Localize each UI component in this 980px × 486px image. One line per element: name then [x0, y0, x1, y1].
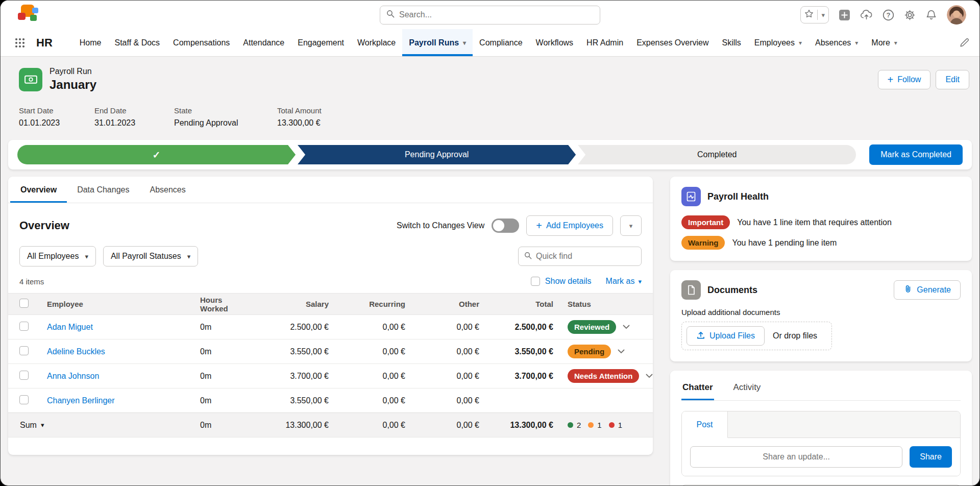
tab-absences[interactable]: Absences — [139, 177, 195, 203]
payroll-run-record-icon — [19, 68, 42, 91]
edit-button[interactable]: Edit — [936, 70, 969, 89]
user-avatar[interactable] — [947, 5, 966, 25]
chevron-down-icon[interactable]: ▾ — [821, 12, 825, 18]
warning-badge: Warning — [681, 236, 725, 250]
notifications-bell-icon[interactable] — [925, 9, 937, 21]
share-button[interactable]: Share — [910, 446, 952, 468]
global-search-input[interactable] — [399, 10, 594, 19]
payroll-status-filter-dropdown[interactable]: All Payroll Statuses ▾ — [103, 246, 198, 266]
sum-dropdown-chevron[interactable]: ▾ — [41, 421, 44, 429]
path-stage-pending-approval[interactable]: Pending Approval — [298, 145, 576, 164]
col-header-salary[interactable]: Salary — [259, 294, 336, 315]
global-header: ▾ ? — [1, 1, 979, 29]
employees-filter-dropdown[interactable]: All Employees ▾ — [19, 246, 96, 266]
row-checkbox[interactable] — [19, 395, 29, 404]
table-row: Chanyen Berlinger 0m 3.550,00 € 0,00 € 0… — [8, 388, 653, 413]
alert-row: Important You have 1 line item that requ… — [681, 215, 961, 229]
employee-link[interactable]: Adan Miguet — [47, 323, 93, 331]
mark-as-completed-button[interactable]: Mark as Completed — [869, 144, 963, 165]
chevron-down-icon[interactable]: ▾ — [799, 40, 802, 46]
nav-tab-workplace[interactable]: Workplace — [351, 29, 402, 56]
tab-chatter[interactable]: Chatter — [681, 381, 714, 400]
col-header-recurring[interactable]: Recurring — [336, 294, 412, 315]
edit-nav-pencil-icon[interactable] — [959, 38, 969, 48]
item-count: 4 items — [19, 277, 44, 286]
table-row: Adeline Buckles 0m 3.550,00 € 0,00 € 0,0… — [8, 339, 653, 364]
nav-tab-employees[interactable]: Employees ▾ — [748, 29, 808, 56]
col-header-employee[interactable]: Employee — [40, 294, 193, 315]
nav-tab-skills[interactable]: Skills — [716, 29, 748, 56]
share-update-input[interactable] — [690, 446, 902, 468]
star-icon[interactable] — [804, 9, 814, 20]
nav-tab-absences[interactable]: Absences ▾ — [808, 29, 865, 56]
global-search[interactable] — [380, 6, 600, 25]
employee-link[interactable]: Anna Johnson — [47, 372, 99, 380]
tab-overview[interactable]: Overview — [10, 177, 67, 203]
add-employees-button[interactable]: + Add Employees — [526, 215, 613, 236]
file-drop-zone[interactable]: Upload Files Or drop files — [681, 322, 832, 350]
row-checkbox[interactable] — [19, 322, 29, 331]
favorites-split-button[interactable]: ▾ — [800, 6, 829, 23]
setup-gear-icon[interactable] — [904, 9, 916, 21]
show-details-link[interactable]: Show details — [545, 277, 592, 286]
overview-tab-strip: Overview Data Changes Absences — [8, 177, 653, 203]
nav-tab-engagement[interactable]: Engagement — [291, 29, 351, 56]
changes-view-toggle[interactable] — [492, 218, 519, 233]
tab-data-changes[interactable]: Data Changes — [67, 177, 139, 203]
nav-tab-more[interactable]: More ▾ — [865, 29, 903, 56]
row-status-menu-chevron[interactable] — [646, 374, 653, 378]
row-status-menu-chevron[interactable] — [623, 325, 630, 329]
mark-as-dropdown[interactable]: Mark as ▾ — [606, 277, 642, 286]
row-checkbox[interactable] — [19, 346, 29, 355]
status-badge: Needs Attention — [568, 369, 639, 383]
nav-tab-expenses-overview[interactable]: Expenses Overview — [630, 29, 715, 56]
search-icon — [386, 10, 395, 20]
cloud-upload-icon[interactable] — [860, 9, 873, 20]
follow-button[interactable]: + Follow — [878, 70, 931, 89]
app-launcher-waffle-icon[interactable] — [15, 38, 25, 48]
status-dot-success — [568, 422, 573, 428]
select-all-checkbox[interactable] — [19, 299, 29, 308]
quick-find-input[interactable] — [536, 252, 635, 261]
help-icon[interactable]: ? — [883, 9, 894, 21]
chevron-down-icon[interactable]: ▾ — [463, 40, 466, 46]
feed-card: Chatter Activity Post Share — [670, 371, 972, 486]
overview-actions-dropdown-button[interactable]: ▾ — [620, 215, 642, 236]
status-dot-error — [609, 422, 615, 428]
tab-activity[interactable]: Activity — [732, 381, 762, 400]
nav-tab-home[interactable]: Home — [73, 29, 108, 56]
col-header-status[interactable]: Status — [560, 294, 653, 315]
quick-find[interactable] — [518, 247, 642, 266]
row-checkbox[interactable] — [19, 371, 29, 380]
nav-tab-hr-admin[interactable]: HR Admin — [580, 29, 630, 56]
nav-tab-payroll-runs[interactable]: Payroll Runs ▾ — [402, 29, 473, 56]
quick-create-button[interactable] — [839, 9, 850, 21]
post-tab[interactable]: Post — [682, 411, 728, 438]
chevron-down-icon: ▾ — [638, 278, 642, 285]
nav-tab-workflows[interactable]: Workflows — [529, 29, 580, 56]
important-badge: Important — [681, 215, 730, 229]
row-status-menu-chevron[interactable] — [618, 349, 625, 354]
field-start-date: Start Date 01.01.2023 — [19, 106, 94, 128]
nav-tab-compliance[interactable]: Compliance — [473, 29, 529, 56]
payroll-table-sum: Sum ▾ 0m 13.300,00 € 0,00 € 0,00 € 13.30… — [8, 412, 653, 438]
col-header-other[interactable]: Other — [412, 294, 486, 315]
path-stage-complete[interactable]: ✓ — [17, 145, 296, 164]
generate-button[interactable]: Generate — [894, 280, 961, 300]
show-details-checkbox[interactable] — [531, 277, 540, 286]
nav-tab-compensations[interactable]: Compensations — [166, 29, 236, 56]
col-header-hours-worked[interactable]: Hours Worked — [193, 294, 259, 315]
nav-tab-attendance[interactable]: Attendance — [236, 29, 291, 56]
chevron-down-icon: ▾ — [85, 253, 88, 260]
payroll-health-icon — [681, 187, 701, 206]
chevron-down-icon[interactable]: ▾ — [894, 40, 897, 46]
upload-icon — [696, 330, 705, 342]
paperclip-icon — [903, 284, 913, 296]
upload-files-button[interactable]: Upload Files — [687, 326, 765, 346]
nav-tab-staff-docs[interactable]: Staff & Docs — [108, 29, 166, 56]
col-header-total[interactable]: Total — [486, 294, 560, 315]
employee-link[interactable]: Chanyen Berlinger — [47, 396, 115, 405]
path-stage-completed[interactable]: Completed — [578, 145, 856, 164]
employee-link[interactable]: Adeline Buckles — [47, 347, 105, 356]
chevron-down-icon[interactable]: ▾ — [855, 40, 858, 46]
